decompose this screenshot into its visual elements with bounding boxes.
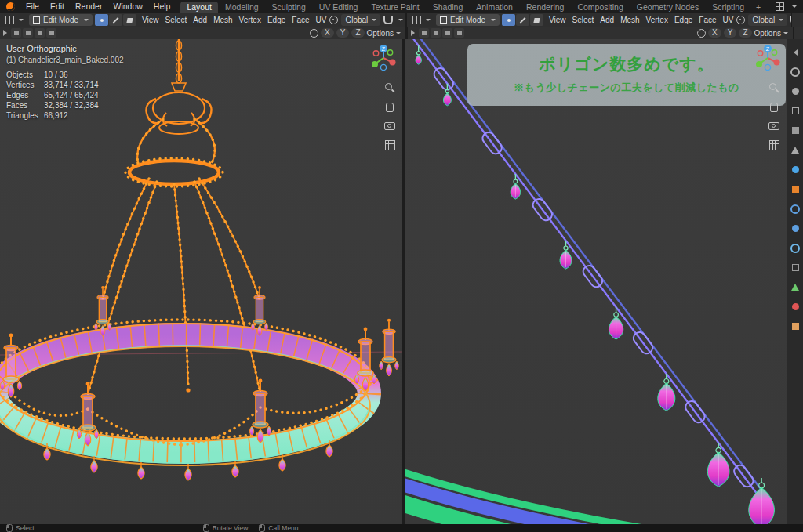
mask-mode-icon[interactable] xyxy=(35,28,45,38)
chevron-down-icon[interactable] xyxy=(792,5,797,8)
menu-window[interactable]: Window xyxy=(107,0,147,13)
tweak-tool-icon[interactable] xyxy=(23,28,33,38)
face-select-button[interactable] xyxy=(530,14,543,26)
menu-help[interactable]: Help xyxy=(148,0,176,13)
overlay-mode-icon[interactable] xyxy=(46,28,56,38)
tab-animation[interactable]: Animation xyxy=(470,2,519,13)
mirror-y-toggle[interactable]: Y xyxy=(724,28,737,38)
tab-modeling[interactable]: Modeling xyxy=(219,2,265,13)
mirror-z-toggle[interactable]: Z xyxy=(739,28,751,38)
tool-tab-icon[interactable] xyxy=(790,67,801,77)
view-layer-tab-icon[interactable] xyxy=(790,125,801,136)
mirror-x-toggle[interactable]: X xyxy=(321,28,334,38)
expand-panel-icon[interactable] xyxy=(790,47,801,57)
toggle-perspective-icon[interactable] xyxy=(769,140,779,150)
world-tab-icon[interactable] xyxy=(790,165,801,175)
zoom-icon[interactable] xyxy=(769,83,779,92)
mirror-z-toggle[interactable]: Z xyxy=(351,28,364,38)
mirror-y-toggle[interactable]: Y xyxy=(336,28,350,38)
menu-render[interactable]: Render xyxy=(70,0,107,13)
vertex-select-icon xyxy=(100,19,104,22)
tab-rendering[interactable]: Rendering xyxy=(520,2,570,13)
scene-tab-icon[interactable] xyxy=(790,145,801,155)
blender-logo-icon[interactable] xyxy=(6,2,15,11)
viewport-3d-left[interactable]: User Orthographic (1) Chandelier3_main_B… xyxy=(0,39,405,524)
menu-view[interactable]: View xyxy=(139,16,162,24)
menu-select[interactable]: Select xyxy=(569,16,598,24)
output-tab-icon[interactable] xyxy=(790,106,801,116)
editor-type-button[interactable] xyxy=(409,14,434,26)
mirror-x-toggle[interactable]: X xyxy=(708,28,721,38)
edge-select-button[interactable] xyxy=(516,14,529,26)
menu-vertex[interactable]: Vertex xyxy=(236,16,264,24)
transform-pivot-icon[interactable] xyxy=(329,16,338,24)
menu-face[interactable]: Face xyxy=(289,16,312,24)
modifiers-tab-icon[interactable] xyxy=(790,204,801,214)
mask-mode-icon[interactable] xyxy=(442,28,452,38)
editor-type-button[interactable] xyxy=(2,14,27,26)
menu-file[interactable]: File xyxy=(20,0,45,13)
tab-geometry-nodes[interactable]: Geometry Nodes xyxy=(630,2,705,13)
physics-tab-icon[interactable] xyxy=(790,243,801,253)
transform-pivot-icon[interactable] xyxy=(736,16,745,24)
overlay-mode-icon[interactable] xyxy=(454,28,464,38)
navigation-gizmo[interactable]: Z xyxy=(369,44,398,75)
pan-hand-icon[interactable] xyxy=(770,103,778,112)
select-mode-group xyxy=(95,14,136,26)
stat-row: Edges 65,424 / 65,424 xyxy=(6,90,124,100)
vertex-select-button[interactable] xyxy=(502,14,515,26)
scene-icon[interactable] xyxy=(776,2,784,11)
menu-edge[interactable]: Edge xyxy=(671,16,696,24)
texture-tab-icon[interactable] xyxy=(790,321,801,331)
tab-sculpting[interactable]: Sculpting xyxy=(266,2,312,13)
toolbar-toggle-icon[interactable] xyxy=(3,30,7,36)
menu-add[interactable]: Add xyxy=(190,16,210,24)
options-dropdown[interactable]: Options xyxy=(754,29,788,38)
menu-edge[interactable]: Edge xyxy=(264,16,289,24)
select-box-tool-icon[interactable] xyxy=(11,28,21,38)
menu-mesh[interactable]: Mesh xyxy=(617,16,642,24)
menu-add[interactable]: Add xyxy=(597,16,617,24)
menu-mesh[interactable]: Mesh xyxy=(210,16,235,24)
zoom-icon[interactable] xyxy=(385,83,394,92)
select-box-tool-icon[interactable] xyxy=(419,28,429,38)
menu-vertex[interactable]: Vertex xyxy=(643,16,671,24)
mode-select[interactable]: Edit Mode xyxy=(436,14,500,26)
toolbar-toggle-icon[interactable] xyxy=(411,30,415,36)
orientation-select[interactable]: Global xyxy=(341,14,380,26)
navigation-gizmo[interactable]: Z xyxy=(754,44,782,75)
menu-uv[interactable]: UV xyxy=(720,16,737,24)
edge-select-button[interactable] xyxy=(109,14,122,26)
menu-uv[interactable]: UV xyxy=(313,16,330,24)
render-tab-icon[interactable] xyxy=(790,86,801,96)
vertex-select-button[interactable] xyxy=(95,14,108,26)
toggle-perspective-icon[interactable] xyxy=(385,140,395,150)
menu-face[interactable]: Face xyxy=(696,16,719,24)
menu-view[interactable]: View xyxy=(546,16,569,24)
chevron-down-icon[interactable] xyxy=(398,19,403,21)
constraints-tab-icon[interactable] xyxy=(790,262,801,273)
orientation-select[interactable]: Global xyxy=(748,14,787,26)
object-tab-icon[interactable] xyxy=(790,184,801,194)
menu-select[interactable]: Select xyxy=(162,16,191,24)
face-select-button[interactable] xyxy=(123,14,136,26)
viewport-3d-right[interactable]: ポリゴン数多めです。 ※もう少しチェーンの工夫をして削減したもの Z xyxy=(405,39,787,524)
object-data-tab-icon[interactable] xyxy=(790,282,801,292)
tab-uv-editing[interactable]: UV Editing xyxy=(313,2,365,13)
menu-edit[interactable]: Edit xyxy=(45,0,70,13)
tab-compositing[interactable]: Compositing xyxy=(571,2,629,13)
particles-tab-icon[interactable] xyxy=(790,223,801,233)
snap-magnet-icon[interactable] xyxy=(383,16,393,24)
mode-select[interactable]: Edit Mode xyxy=(29,14,93,26)
tab-shading[interactable]: Shading xyxy=(427,2,470,13)
options-dropdown[interactable]: Options xyxy=(367,29,401,38)
pan-hand-icon[interactable] xyxy=(386,103,394,112)
tab-layout[interactable]: Layout xyxy=(180,2,218,13)
camera-view-icon[interactable] xyxy=(768,122,779,130)
tab-texture-paint[interactable]: Texture Paint xyxy=(365,2,425,13)
camera-view-icon[interactable] xyxy=(384,122,395,130)
tweak-tool-icon[interactable] xyxy=(431,28,441,38)
material-tab-icon[interactable] xyxy=(790,302,801,312)
tab-scripting[interactable]: Scripting xyxy=(706,2,750,13)
add-workspace-button[interactable]: + xyxy=(751,2,765,13)
